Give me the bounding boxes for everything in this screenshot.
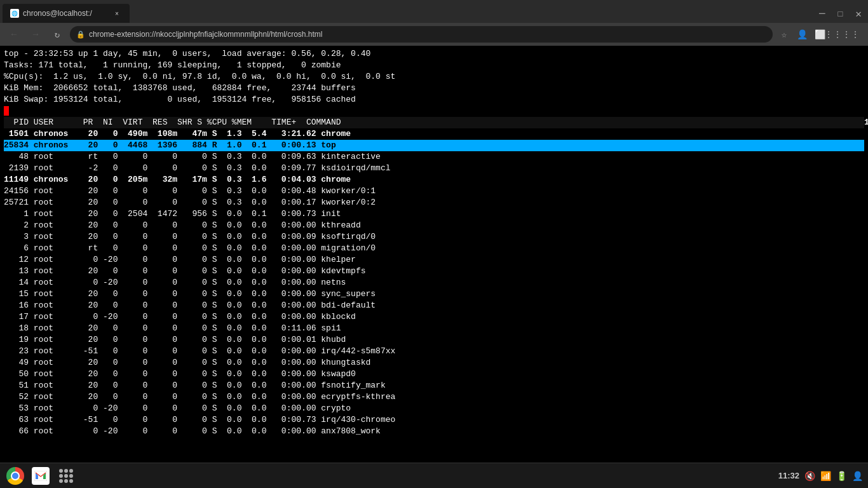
- refresh-icon: ↻: [55, 29, 60, 40]
- tab-title: chronos@localhost:/: [23, 9, 108, 18]
- process-row: 48 root rt 0 0 0 0 S 0.3 0.0 0:09.63 kin…: [4, 152, 381, 161]
- process-row: 2139 root -2 0 0 0 0 S 0.3 0.0 0:09.77 k…: [4, 163, 391, 173]
- process-row: 17 root 0 -20 0 0 0 S 0.0 0.0 0:00.00 kb…: [4, 312, 356, 322]
- process-row: 19 root 20 0 0 0 0 S 0.0 0.0 0:00.01 khu…: [4, 335, 346, 344]
- column-header: PID USER PR NI VIRT RES SHR S %CPU %MEM …: [4, 117, 864, 128]
- process-row: 12202 chronos 20 0 265m 47m 23m S 1.6 2.…: [864, 118, 868, 127]
- process-row: 63 root -51 0 0 0 0 S 0.0 0.0 0:00.73 ir…: [4, 415, 395, 424]
- process-row: 50 root 20 0 0 0 0 S 0.0 0.0 0:00.00 ksw…: [4, 369, 356, 379]
- process-row: 18 root 20 0 0 0 0 S 0.0 0.0 0:11.06 spi…: [4, 323, 341, 333]
- lock-icon: 🔒: [76, 30, 85, 39]
- top-line4: KiB Mem: 2066652 total, 1383768 used, 68…: [4, 83, 356, 93]
- chrome-logo-icon: [6, 467, 24, 485]
- taskbar-gmail-icon[interactable]: [31, 466, 51, 486]
- wifi-icon[interactable]: 📶: [820, 471, 831, 481]
- process-row: 66 root 0 -20 0 0 0 S 0.0 0.0 0:00.00 an…: [4, 426, 381, 436]
- process-row: 24156 root 20 0 0 0 0 S 0.3 0.0 0:00.48 …: [4, 186, 376, 196]
- process-row: 1669 chronos 20 0 248m 133m 118m S 0.7 6…: [864, 140, 868, 150]
- tab-close-button[interactable]: ×: [112, 8, 122, 18]
- nav-right-icons: ☆ 👤 ⬜ ⋮⋮⋮ ⋮: [776, 27, 863, 42]
- forward-icon: →: [33, 29, 38, 39]
- window-close-button[interactable]: ✕: [851, 8, 865, 20]
- window-minimize-button[interactable]: ─: [815, 8, 829, 20]
- process-row: 1 root 20 0 2504 1472 956 S 0.0 0.1 0:00…: [4, 209, 341, 219]
- apps-grid-taskbar-icon: [57, 467, 75, 485]
- refresh-button[interactable]: ↻: [48, 25, 66, 43]
- gmail-logo-icon: [32, 467, 50, 485]
- process-row: 13 root 20 0 0 0 0 S 0.0 0.0 0:00.00 kde…: [4, 266, 366, 276]
- top-line5: KiB Swap: 1953124 total, 0 used, 1953124…: [4, 95, 356, 104]
- browser-tab[interactable]: 🌐 chronos@localhost:/ ×: [3, 4, 130, 23]
- process-row: 49 root 20 0 0 0 0 S 0.0 0.0 0:00.00 khu…: [4, 358, 370, 367]
- back-button[interactable]: ←: [5, 25, 23, 43]
- process-row: 1501 chronos 20 0 490m 108m 47m S 1.3 5.…: [4, 129, 351, 139]
- top-line3: %Cpu(s): 1.2 us, 1.0 sy, 0.0 ni, 97.8 id…: [4, 72, 395, 81]
- process-row: 2 root 20 0 0 0 0 S 0.0 0.0 0:00.00 kthr…: [4, 220, 361, 230]
- process-row: 11149 chronos 20 0 205m 32m 17m S 0.3 1.…: [4, 175, 351, 184]
- process-row: 6 root rt 0 0 0 0 S 0.0 0.0 0:00.00 migr…: [4, 243, 376, 253]
- process-row: 15 root 20 0 0 0 0 S 0.0 0.0 0:00.00 syn…: [4, 289, 376, 299]
- process-row: 23 root -51 0 0 0 0 S 0.0 0.0 0:00.00 ir…: [4, 346, 395, 356]
- process-row: 51 root 20 0 0 0 0 S 0.0 0.0 0:00.00 fsn…: [4, 381, 386, 390]
- process-row: 14 root 0 -20 0 0 0 S 0.0 0.0 0:00.00 ne…: [4, 278, 346, 287]
- process-row: 12 root 0 -20 0 0 0 S 0.0 0.0 0:00.00 kh…: [4, 255, 356, 264]
- forward-button[interactable]: →: [27, 25, 44, 43]
- battery-icon[interactable]: 🔋: [836, 471, 847, 481]
- cursor-block: [4, 106, 9, 116]
- back-icon: ←: [11, 29, 17, 39]
- user-avatar[interactable]: 👤: [852, 471, 863, 481]
- nav-bar: ← → ↻ 🔒 chrome-extension://nkoccljplnhpf…: [0, 23, 868, 46]
- taskbar-right: 11:32 🔇 📶 🔋 👤: [778, 471, 863, 481]
- apps-grid-icon[interactable]: ⋮⋮⋮: [830, 27, 845, 42]
- tab-favicon-icon: 🌐: [10, 9, 19, 18]
- url-text: chrome-extension://nkoccljplnhpfnfiajclk…: [89, 30, 766, 39]
- taskbar-chrome-icon[interactable]: [5, 466, 25, 486]
- top-line2: Tasks: 171 total, 1 running, 169 sleepin…: [4, 60, 341, 70]
- menu-icon[interactable]: ⋮: [848, 27, 863, 42]
- top-line1: top - 23:32:53 up 1 day, 45 min, 0 users…: [4, 49, 370, 58]
- process-row: 53 root 0 -20 0 0 0 S 0.0 0.0 0:00.00 cr…: [4, 403, 351, 413]
- bookmark-icon[interactable]: ☆: [776, 27, 792, 42]
- taskbar: 11:32 🔇 📶 🔋 👤: [0, 463, 868, 488]
- address-bar[interactable]: 🔒 chrome-extension://nkoccljplnhpfnfiajc…: [70, 26, 773, 43]
- tab-bar: 🌐 chronos@localhost:/ × ─ □ ✕: [0, 0, 868, 23]
- terminal-window[interactable]: top - 23:32:53 up 1 day, 45 min, 0 users…: [0, 46, 868, 463]
- browser-chrome: 🌐 chronos@localhost:/ × ─ □ ✕ ← → ↻ 🔒 ch…: [0, 0, 868, 46]
- process-row: 25721 root 20 0 0 0 0 S 0.3 0.0 0:00.17 …: [4, 198, 376, 207]
- mute-icon[interactable]: 🔇: [804, 471, 815, 481]
- user-icon[interactable]: 👤: [794, 27, 810, 42]
- time-display: 11:32: [778, 471, 799, 480]
- process-row-highlight: 25834 chronos 20 0 4468 1396 884 R 1.0 0…: [4, 140, 864, 151]
- window-maximize-button[interactable]: □: [834, 10, 847, 19]
- process-row: 16 root 20 0 0 0 0 S 0.0 0.0 0:00.00 bdi…: [4, 301, 376, 310]
- taskbar-apps-icon[interactable]: [56, 466, 76, 486]
- process-row: 52 root 20 0 0 0 0 S 0.0 0.0 0:00.00 ecr…: [4, 392, 395, 402]
- process-row: 3 root 20 0 0 0 0 S 0.0 0.0 0:00.09 ksof…: [4, 232, 376, 241]
